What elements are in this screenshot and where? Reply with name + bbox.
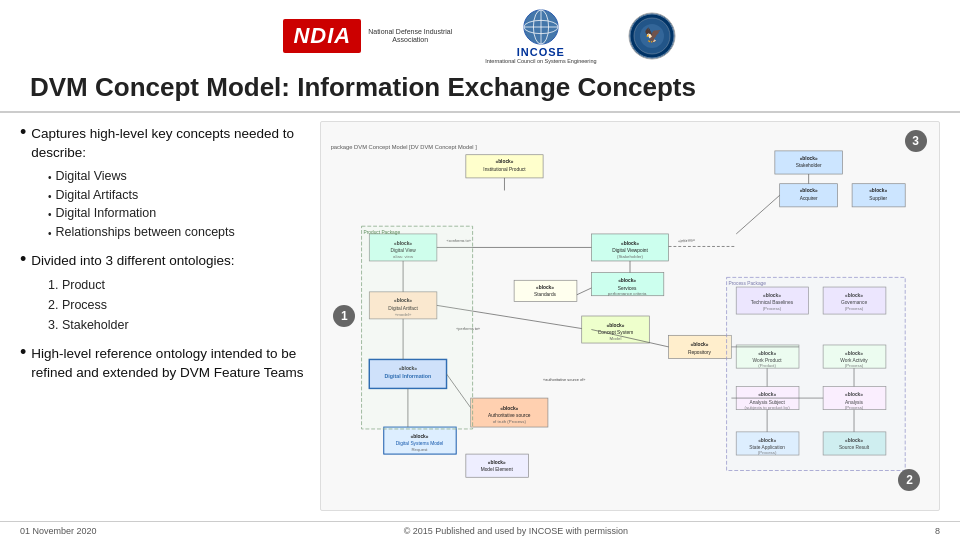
svg-rect-119 [362, 226, 473, 429]
badge-2: 2 [898, 469, 920, 491]
svg-text:Product Package: Product Package [363, 230, 400, 235]
svg-text:«authoritative source of»: «authoritative source of» [543, 378, 585, 382]
badge-3: 3 [905, 130, 927, 152]
svg-text:🦅: 🦅 [643, 27, 661, 44]
svg-text:Digital Viewpoint: Digital Viewpoint [612, 248, 648, 253]
main-content: • Captures high-level key concepts neede… [0, 121, 960, 511]
svg-text:«block»: «block» [496, 159, 514, 164]
diagram-panel: package DVM Concept Model [DV DVM Concep… [320, 121, 940, 511]
svg-text:«block»: «block» [800, 156, 818, 161]
svg-text:Authoritative source: Authoritative source [488, 413, 531, 418]
svg-text:«block»: «block» [691, 342, 709, 347]
ndia-logo: NDIA National Defense Industrial Associa… [283, 19, 455, 53]
svg-line-109 [577, 288, 591, 295]
sub-item-1: • Digital Views [48, 167, 310, 186]
numbered-list: 1. Product 2. Process 3. Stakeholder [48, 275, 310, 335]
uml-diagram: package DVM Concept Model [DV DVM Concep… [321, 122, 939, 510]
sub-item-3: • Digital Information [48, 204, 310, 223]
svg-text:«block»: «block» [621, 241, 639, 246]
svg-text:Repository: Repository [688, 350, 712, 355]
incose-logo: INCOSE International Council on Systems … [485, 8, 596, 64]
sub-dot-2: • [48, 189, 52, 204]
sub-dot-3: • [48, 207, 52, 222]
svg-text:«block»: «block» [869, 188, 887, 193]
svg-text:«block»: «block» [488, 460, 506, 465]
svg-text:(Stakeholder): (Stakeholder) [617, 254, 644, 259]
svg-text:Concept System: Concept System [598, 330, 633, 335]
sub-item-2: • Digital Artifacts [48, 186, 310, 205]
bullet-3-text: • High-level reference ontology intended… [20, 345, 310, 383]
svg-text:Process Package: Process Package [728, 281, 766, 286]
numbered-item-2: 2. Process [48, 295, 310, 315]
sub-dot-4: • [48, 226, 52, 241]
svg-rect-87 [466, 454, 529, 477]
dod-seal-icon: 🦅 [627, 11, 677, 61]
bullet-2-text: • Divided into 3 different ontologies: [20, 252, 310, 271]
incose-subtext: International Council on Systems Enginee… [485, 58, 596, 64]
svg-text:Digital Systems Model: Digital Systems Model [396, 441, 444, 446]
bullet-1-text: • Captures high-level key concepts neede… [20, 125, 310, 163]
footer: 01 November 2020 © 2015 Published and us… [0, 521, 960, 540]
svg-text:Supplier: Supplier [869, 196, 887, 201]
svg-text:Model: Model [610, 336, 622, 341]
svg-text:«block»: «block» [411, 434, 429, 439]
svg-text:«block»: «block» [536, 285, 554, 290]
svg-rect-117 [727, 277, 906, 470]
numbered-item-1: 1. Product [48, 275, 310, 295]
footer-page: 8 [935, 526, 940, 536]
svg-text:Request: Request [411, 447, 428, 452]
bullet-dot-1: • [20, 123, 26, 141]
svg-text:performance criteria: performance criteria [608, 291, 647, 296]
sub-list-1: • Digital Views • Digital Artifacts • Di… [48, 167, 310, 242]
footer-date: 01 November 2020 [20, 526, 97, 536]
bullet-dot-2: • [20, 250, 26, 268]
ndia-acronym: NDIA [283, 19, 361, 53]
ndia-fullname: National Defense Industrial Association [365, 28, 455, 45]
diagram-svg: package DVM Concept Model [DV DVM Concep… [321, 122, 939, 510]
incose-label: INCOSE [517, 46, 565, 58]
svg-text:«block»: «block» [607, 323, 625, 328]
svg-text:Model Element: Model Element [481, 467, 514, 472]
svg-text:Stakeholder: Stakeholder [796, 163, 822, 168]
svg-text:«block»: «block» [500, 406, 518, 411]
svg-line-111 [736, 195, 779, 234]
svg-text:package DVM Concept Model [DV : package DVM Concept Model [DV DVM Concep… [331, 144, 478, 150]
svg-text:«informs»: «informs» [678, 238, 695, 243]
bullet-section-2: • Divided into 3 different ontologies: 1… [20, 252, 310, 335]
svg-text:«block»: «block» [618, 278, 636, 283]
badge-1: 1 [333, 305, 355, 327]
footer-copyright: © 2015 Published and used by INCOSE with… [404, 526, 628, 536]
left-panel: • Captures high-level key concepts neede… [20, 121, 310, 511]
header: NDIA National Defense Industrial Associa… [0, 0, 960, 68]
page-title: DVM Concept Model: Information Exchange … [0, 68, 960, 113]
svg-text:Standards: Standards [534, 292, 557, 297]
svg-text:«block»: «block» [800, 188, 818, 193]
bullet-dot-3: • [20, 343, 26, 361]
svg-text:Institutional Product: Institutional Product [483, 167, 526, 172]
bullet-section-1: • Captures high-level key concepts neede… [20, 125, 310, 242]
incose-globe-icon [522, 8, 560, 46]
svg-text:of truth (Process): of truth (Process) [493, 419, 527, 424]
bullet-section-3: • High-level reference ontology intended… [20, 345, 310, 383]
sub-dot-1: • [48, 170, 52, 185]
numbered-item-3: 3. Stakeholder [48, 315, 310, 335]
svg-text:Acquirer: Acquirer [800, 196, 818, 201]
sub-item-4: • Relationships between concepts [48, 223, 310, 242]
